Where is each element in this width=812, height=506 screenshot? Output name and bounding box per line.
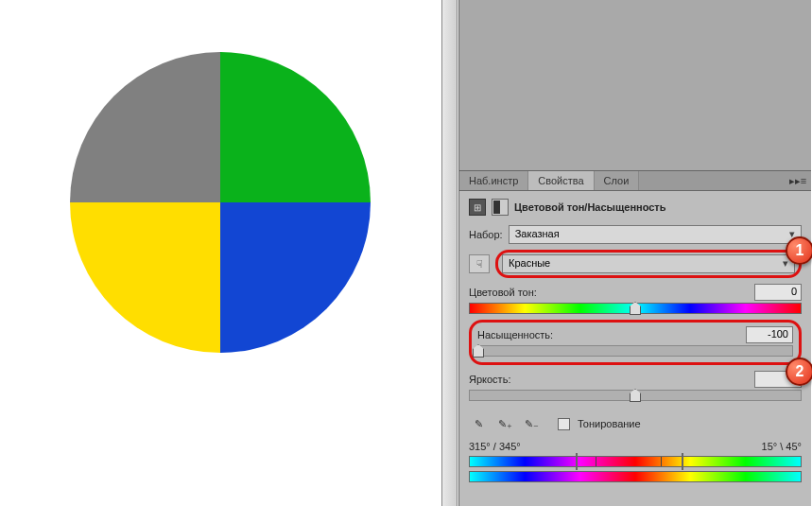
adjustment-header: ⊞ Цветовой тон/Насыщенность bbox=[469, 199, 802, 216]
adjustment-type-icon[interactable]: ⊞ bbox=[469, 199, 486, 216]
targeted-adjustment-icon[interactable]: ☟ bbox=[469, 254, 490, 273]
chevron-right-icon: ▸▸ bbox=[789, 175, 801, 187]
eyedropper-add-icon[interactable]: ✎₊ bbox=[495, 414, 514, 433]
mask-icon[interactable] bbox=[492, 199, 509, 216]
hue-bar-bottom bbox=[469, 471, 802, 482]
range-left: 315° / 345° bbox=[469, 441, 521, 452]
panel-tabs: Наб.инстр Свойства Слои ▸▸ ≡ bbox=[459, 170, 811, 191]
colorize-checkbox[interactable] bbox=[558, 418, 570, 430]
hue-slider-handle[interactable] bbox=[630, 302, 641, 315]
colorize-label: Тонирование bbox=[578, 418, 641, 429]
hue-range-zone[interactable] bbox=[596, 457, 662, 466]
saturation-value-input[interactable]: -100 bbox=[746, 326, 793, 343]
color-range-value: Красные bbox=[509, 257, 550, 269]
eyedropper-row: ✎ ✎₊ ✎₋ Тонирование bbox=[469, 414, 802, 433]
hue-range-bars bbox=[469, 456, 802, 482]
hue-label: Цветовой тон: bbox=[469, 287, 537, 298]
hue-value-input[interactable]: 0 bbox=[754, 284, 802, 301]
lightness-slider-handle[interactable] bbox=[630, 389, 641, 402]
saturation-label: Насыщенность: bbox=[477, 329, 553, 340]
hue-range-readout: 315° / 345° 15° \ 45° bbox=[469, 441, 802, 452]
adjustment-title: Цветовой тон/Насыщенность bbox=[514, 201, 666, 213]
hue-bar-top[interactable] bbox=[469, 456, 802, 467]
properties-panel-container: Наб.инстр Свойства Слои ▸▸ ≡ ⊞ Цветовой … bbox=[458, 0, 811, 506]
menu-icon: ≡ bbox=[801, 175, 806, 186]
workspace-background bbox=[459, 0, 811, 170]
preset-label: Набор: bbox=[469, 229, 503, 240]
color-range-highlight: Красные bbox=[495, 250, 802, 278]
eyedropper-subtract-icon[interactable]: ✎₋ bbox=[522, 414, 541, 433]
annotation-callout-2: 2 bbox=[786, 358, 812, 386]
vertical-scrollbar[interactable] bbox=[442, 0, 458, 506]
properties-panel: ⊞ Цветовой тон/Насыщенность Набор: Заказ… bbox=[459, 191, 811, 506]
saturation-slider-track[interactable] bbox=[477, 345, 793, 357]
quadrant-yellow bbox=[70, 202, 220, 353]
saturation-slider-handle[interactable] bbox=[473, 344, 484, 358]
saturation-highlight: Насыщенность: -100 bbox=[469, 320, 802, 365]
quadrant-blue bbox=[220, 202, 371, 353]
hue-row: Цветовой тон: 0 bbox=[469, 284, 802, 314]
tab-tool-presets[interactable]: Наб.инстр bbox=[459, 171, 528, 190]
preset-value: Заказная bbox=[515, 228, 560, 239]
tab-layers[interactable]: Слои bbox=[595, 171, 640, 190]
canvas-area[interactable] bbox=[0, 0, 442, 506]
tab-properties[interactable]: Свойства bbox=[528, 171, 594, 190]
hue-falloff-right[interactable] bbox=[682, 453, 683, 470]
quadrant-gray bbox=[70, 52, 220, 202]
eyedropper-icon[interactable]: ✎ bbox=[469, 414, 488, 433]
panel-menu-icon[interactable]: ▸▸ ≡ bbox=[785, 171, 811, 190]
preset-row: Набор: Заказная bbox=[469, 225, 802, 244]
hue-slider-track[interactable] bbox=[469, 303, 802, 314]
color-wheel-image bbox=[70, 52, 371, 353]
lightness-row: Яркость: 0 bbox=[469, 371, 802, 401]
color-range-row: ☟ Красные bbox=[469, 250, 802, 278]
annotation-callout-1: 1 bbox=[786, 236, 812, 265]
quadrant-green bbox=[220, 52, 371, 202]
lightness-slider-track[interactable] bbox=[469, 390, 802, 401]
lightness-label: Яркость: bbox=[469, 374, 510, 385]
hue-falloff-left[interactable] bbox=[576, 453, 578, 470]
color-range-select[interactable]: Красные bbox=[502, 254, 795, 273]
preset-select[interactable]: Заказная bbox=[509, 225, 802, 244]
range-right: 15° \ 45° bbox=[762, 441, 802, 452]
